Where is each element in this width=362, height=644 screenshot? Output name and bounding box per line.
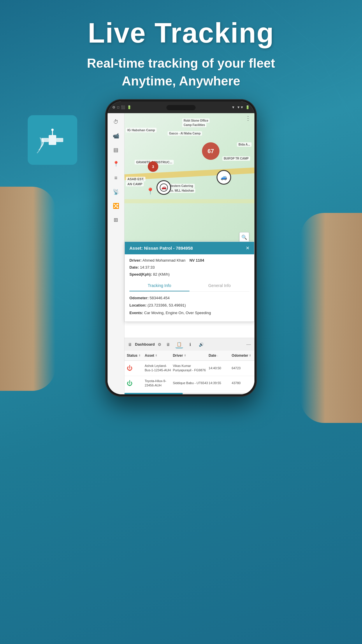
- sort-date[interactable]: ↓: [217, 354, 219, 357]
- sort-driver[interactable]: ⇕: [184, 354, 186, 357]
- map-label-robt: Robt Stone Office: [182, 118, 210, 123]
- map-label-asab: ASAB EST.: [126, 177, 145, 181]
- map-label-camp: Camp Facilities: [182, 123, 206, 127]
- map-area[interactable]: IG Habshan Camp Robt Stone Office Camp F…: [124, 113, 254, 247]
- map-label-buifdp: BUIFDP TR CAMP: [222, 156, 250, 161]
- col-header-odometer[interactable]: Odometer ⇕: [232, 354, 252, 358]
- phone-screen: ⚙ □ ⬛ 🔋 ▼ ▼▼ 🔋 ⏱ 📹 ▤ 📍 ≡ 📡 🔀: [108, 102, 254, 394]
- cell-odometer-2: 43780: [232, 381, 252, 385]
- main-title: Live Tracking: [0, 18, 362, 48]
- map-label-bida: Bida A...: [237, 142, 252, 147]
- sub-title: Real-time tracking of your fleet Anytime…: [0, 54, 362, 90]
- data-table: Status ⇕ Asset ⇕ Driver ⇕ Date ↓: [124, 351, 254, 394]
- phone-outer: ⚙ □ ⬛ 🔋 ▼ ▼▼ 🔋 ⏱ 📹 ▤ 📍 ≡ 📡 🔀: [105, 99, 257, 397]
- minimize-icon[interactable]: —: [246, 342, 251, 347]
- map-marker-car[interactable]: 🚙: [217, 170, 231, 185]
- asset-popup-header: Asset: Nissan Patrol - 7894958 ✕: [125, 242, 254, 254]
- status-icon-off: ⏻: [127, 365, 133, 371]
- dash-icon-info[interactable]: ℹ: [187, 341, 194, 348]
- cell-date-1: 14:40:50: [209, 366, 232, 370]
- hand-left: [0, 187, 55, 391]
- h-scroll-thumb[interactable]: [124, 393, 183, 394]
- dashboard-bar: 🖥 Dashboard ⚙ 🖥 📋 ℹ 🔊 —: [124, 338, 254, 351]
- sort-asset[interactable]: ⇕: [155, 354, 157, 357]
- col-header-driver[interactable]: Driver ⇕: [173, 354, 209, 358]
- tab-tracking-info[interactable]: Tracking Info: [129, 280, 189, 291]
- table-header: Status ⇕ Asset ⇕ Driver ⇕ Date ↓: [124, 351, 254, 361]
- svg-point-4: [51, 129, 54, 131]
- asset-popup-title: Asset: Nissan Patrol - 7894958: [129, 246, 193, 251]
- svg-text:🚗: 🚗: [161, 185, 167, 190]
- cell-odometer-1: 64723: [232, 366, 252, 370]
- sidebar-icon-layers[interactable]: ▤: [110, 144, 122, 156]
- sort-odometer[interactable]: ⇕: [249, 354, 251, 357]
- sidebar-icon-camera[interactable]: 📹: [110, 130, 122, 142]
- sidebar-icon-location[interactable]: 📍: [110, 158, 122, 170]
- dash-icon-monitor[interactable]: 🖥: [164, 341, 172, 348]
- popup-tab-content: Odometer: 583446.454 Location: (23.72336…: [125, 292, 254, 322]
- map-label-ancamp: AN CAMP: [126, 182, 144, 186]
- cell-date-2: 14:39:55: [209, 381, 232, 385]
- phone-notch: [166, 105, 196, 110]
- events-row: Events: Car Moving, Engine On, Over Spee…: [129, 310, 249, 316]
- asset-driver-row: Driver: Ahmed Mohammad Khan NV 1104: [129, 258, 249, 263]
- sidebar-icon-list[interactable]: ≡: [110, 172, 122, 184]
- monitor-icon: 🖥: [128, 342, 132, 347]
- map-label-western: Western Catering: [168, 184, 195, 188]
- asset-speed-row: Speed(Kph): 82 (KM/h): [129, 272, 249, 277]
- tab-general-info[interactable]: General Info: [189, 280, 249, 291]
- asset-popup: Asset: Nissan Patrol - 7894958 ✕ Driver:…: [124, 242, 254, 322]
- svg-rect-2: [56, 138, 63, 142]
- cell-driver-1: Vikas Kumar Puriyapurayil - FG9876: [173, 364, 209, 373]
- map-marker-67[interactable]: 67: [202, 142, 219, 160]
- hand-right: [301, 213, 362, 423]
- dashboard-label: Dashboard: [135, 342, 155, 346]
- satellite-icon-box: [28, 115, 77, 165]
- dash-icon-grid[interactable]: 📋: [175, 341, 183, 348]
- col-header-asset[interactable]: Asset ⇕: [145, 354, 173, 358]
- asset-date-row: Date: 14:37:33: [129, 265, 249, 270]
- svg-rect-0: [49, 135, 56, 145]
- sidebar-icon-route[interactable]: 🔀: [110, 200, 122, 212]
- dashboard-icons: 🖥 📋 ℹ 🔊: [164, 341, 205, 348]
- phone-wrapper: ⚙ □ ⬛ 🔋 ▼ ▼▼ 🔋 ⏱ 📹 ▤ 📍 ≡ 📡 🔀: [94, 99, 268, 595]
- dashboard-settings-icon[interactable]: ⚙: [158, 342, 161, 347]
- app-sidebar: ⏱ 📹 ▤ 📍 ≡ 📡 🔀 ⊞: [108, 113, 124, 394]
- col-header-date[interactable]: Date ↓: [209, 354, 232, 358]
- cell-status-1: ⏻: [127, 364, 145, 372]
- status-bar-left: ⚙ □ ⬛ 🔋: [112, 105, 131, 109]
- cell-asset-2: Toyota-Hilux-9-23456-AUH: [145, 379, 173, 388]
- asset-popup-close[interactable]: ✕: [246, 245, 249, 251]
- cell-driver-2: Siddique Babu - UT6543: [173, 381, 209, 385]
- sidebar-icon-clock[interactable]: ⏱: [110, 116, 122, 128]
- map-road-2: [124, 199, 254, 203]
- header-section: Live Tracking Real-time tracking of your…: [0, 18, 362, 90]
- col-header-status[interactable]: Status ⇕: [127, 354, 145, 358]
- map-search-button[interactable]: 🔍: [239, 232, 249, 242]
- location-row: Location: (23.723366, 53.49691): [129, 302, 249, 308]
- asset-popup-body: Driver: Ahmed Mohammad Khan NV 1104 Date…: [125, 254, 254, 292]
- map-label-western2: Co. WLL Habshan: [168, 188, 195, 193]
- table-row[interactable]: ⏻ Ashok Leyland-Bus-1-12345-AUH Vikas Ku…: [124, 361, 254, 376]
- map-marker-3[interactable]: 3: [148, 161, 158, 172]
- table-row[interactable]: ⏻ Toyota-Hilux-9-23456-AUH Siddique Babu…: [124, 376, 254, 391]
- map-marker-green[interactable]: 🚗: [157, 180, 171, 195]
- sidebar-icon-table[interactable]: ⊞: [110, 214, 122, 226]
- status-icon-on: ⏻: [127, 380, 133, 386]
- map-more-menu[interactable]: ⋮: [245, 115, 251, 122]
- popup-tabs: Tracking Info General Info: [129, 280, 249, 292]
- dash-icon-sound[interactable]: 🔊: [198, 341, 205, 348]
- map-pin-location: 📍: [146, 188, 154, 195]
- cell-asset-1: Ashok Leyland-Bus-1-12345-AUH: [145, 364, 173, 373]
- map-label-habshan: IG Habshan Camp: [126, 128, 157, 132]
- odometer-row: Odometer: 583446.454: [129, 295, 249, 301]
- cell-status-2: ⏻: [127, 379, 145, 387]
- status-bar-right: ▼ ▼▼ 🔋: [231, 105, 250, 109]
- sort-status[interactable]: ⇕: [138, 354, 141, 357]
- sidebar-icon-signal[interactable]: 📡: [110, 186, 122, 198]
- h-scroll-track: [124, 393, 254, 394]
- map-label-gasco: Gasco - Al Maha Camp: [168, 131, 202, 136]
